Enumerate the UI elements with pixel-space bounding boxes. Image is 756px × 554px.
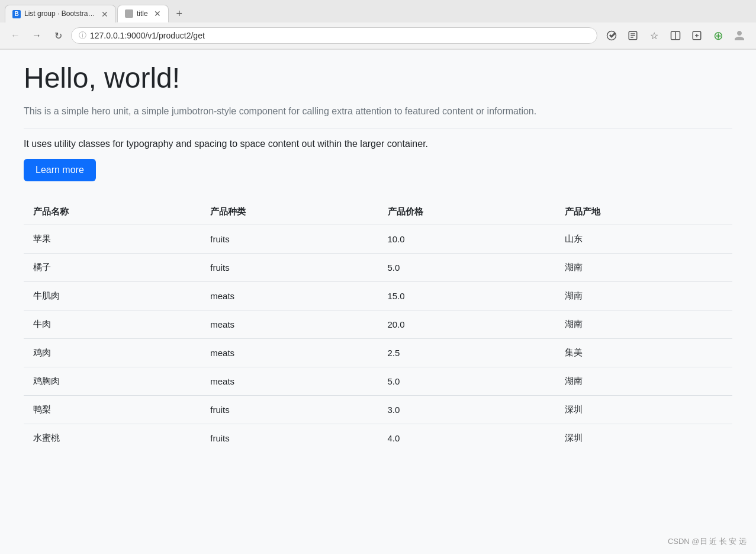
table-cell-3-1: meats [201,310,378,338]
table-cell-1-1: fruits [201,253,378,281]
table-cell-5-3: 湖南 [555,367,732,395]
page-content: Hello, world! This is a simple hero unit… [0,50,756,554]
table-cell-6-1: fruits [201,395,378,424]
hero-description: It uses utility classes for typography a… [24,139,732,149]
table-cell-5-2: 5.0 [378,367,555,395]
col-header-origin: 产品产地 [555,199,732,225]
table-cell-4-0: 鸡肉 [24,338,201,367]
table-row: 牛肉meats20.0湖南 [24,310,732,338]
table-cell-2-0: 牛肌肉 [24,281,201,310]
table-cell-3-3: 湖南 [555,310,732,338]
table-cell-1-3: 湖南 [555,253,732,281]
table-cell-3-0: 牛肉 [24,310,201,338]
security-icon: ⓘ [79,30,86,41]
favorites-icon[interactable]: ☆ [645,26,664,45]
new-tab-button[interactable]: + [170,5,189,22]
collections-icon[interactable] [687,26,706,45]
extensions-icon[interactable]: ⊕ [709,26,728,45]
col-header-type: 产品种类 [201,199,378,225]
tab-close-2[interactable]: ✕ [154,9,161,18]
table-header-row: 产品名称 产品种类 产品价格 产品产地 [24,199,732,225]
tab-1[interactable]: B List group · Bootstrap 1 · 大文... ✕ [5,5,116,23]
table-cell-6-2: 3.0 [378,395,555,424]
toolbar-icons: ☆ ⊕ [602,26,749,45]
hero-section: Hello, world! This is a simple hero unit… [24,50,732,199]
immersive-reader-icon[interactable] [623,26,642,45]
product-table: 产品名称 产品种类 产品价格 产品产地 苹果fruits10.0山东橘子frui… [24,199,732,452]
table-cell-0-3: 山东 [555,225,732,253]
table-cell-3-2: 20.0 [378,310,555,338]
tab-label-1: List group · Bootstrap 1 · 大文... [24,9,95,19]
tab-2[interactable]: title ✕ [117,5,169,23]
table-cell-0-1: fruits [201,225,378,253]
table-cell-1-0: 橘子 [24,253,201,281]
table-cell-2-1: meats [201,281,378,310]
profile-icon[interactable] [730,26,749,45]
tab-label-2: title [137,9,148,18]
table-cell-0-2: 10.0 [378,225,555,253]
table-row: 鸡肉meats2.5集美 [24,338,732,367]
table-cell-5-0: 鸡胸肉 [24,367,201,395]
forward-button[interactable]: → [28,27,45,44]
address-bar[interactable]: ⓘ 127.0.0.1:9000/v1/product2/get [71,27,597,44]
table-body: 苹果fruits10.0山东橘子fruits5.0湖南牛肌肉meats15.0湖… [24,225,732,452]
table-cell-7-0: 水蜜桃 [24,424,201,452]
tab-close-1[interactable]: ✕ [101,9,108,19]
divider [24,129,732,129]
address-bar-row: ← → ↻ ⓘ 127.0.0.1:9000/v1/product2/get ☆… [0,23,756,49]
table-cell-7-2: 4.0 [378,424,555,452]
table-cell-7-3: 深圳 [555,424,732,452]
reader-mode-icon[interactable] [602,26,621,45]
table-row: 鸭梨fruits3.0深圳 [24,395,732,424]
table-cell-6-0: 鸭梨 [24,395,201,424]
col-header-price: 产品价格 [378,199,555,225]
hero-title: Hello, world! [24,62,732,94]
table-cell-4-1: meats [201,338,378,367]
table-cell-1-2: 5.0 [378,253,555,281]
tab-favicon-1: B [12,10,21,18]
table-row: 橘子fruits5.0湖南 [24,253,732,281]
hero-subtitle: This is a simple hero unit, a simple jum… [24,104,732,119]
table-cell-4-2: 2.5 [378,338,555,367]
table-cell-0-0: 苹果 [24,225,201,253]
reload-button[interactable]: ↻ [50,27,66,44]
tab-favicon-2 [125,9,133,18]
table-row: 水蜜桃fruits4.0深圳 [24,424,732,452]
back-button[interactable]: ← [7,27,24,44]
watermark: CSDN @日 近 长 安 远 [668,536,747,547]
table-cell-2-2: 15.0 [378,281,555,310]
table-cell-2-3: 湖南 [555,281,732,310]
tab-bar: B List group · Bootstrap 1 · 大文... ✕ tit… [0,0,756,23]
learn-more-button[interactable]: Learn more [24,159,96,181]
col-header-name: 产品名称 [24,199,201,225]
table-cell-5-1: meats [201,367,378,395]
address-text: 127.0.0.1:9000/v1/product2/get [90,31,590,40]
table-header: 产品名称 产品种类 产品价格 产品产地 [24,199,732,225]
table-row: 苹果fruits10.0山东 [24,225,732,253]
table-row: 鸡胸肉meats5.0湖南 [24,367,732,395]
table-cell-7-1: fruits [201,424,378,452]
browser-chrome: B List group · Bootstrap 1 · 大文... ✕ tit… [0,0,756,50]
table-row: 牛肌肉meats15.0湖南 [24,281,732,310]
split-screen-icon[interactable] [666,26,685,45]
table-cell-6-3: 深圳 [555,395,732,424]
table-cell-4-3: 集美 [555,338,732,367]
